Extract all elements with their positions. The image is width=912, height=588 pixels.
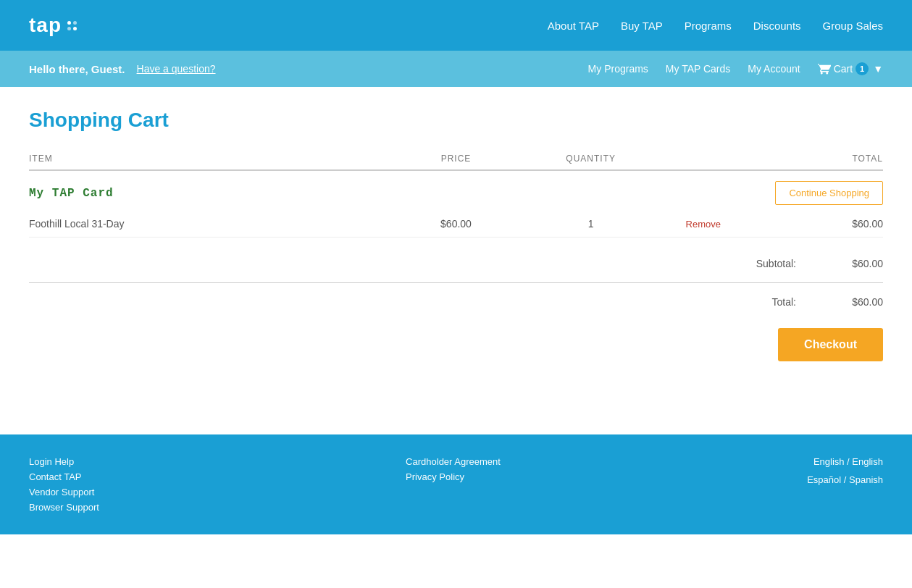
cart-icon bbox=[818, 62, 831, 75]
cart-badge[interactable]: Cart 1 ▼ bbox=[818, 62, 883, 75]
item-price: $60.00 bbox=[388, 211, 523, 238]
footer-login-help[interactable]: Login Help bbox=[29, 456, 99, 467]
sub-header: Hello there, Guest. Have a question? My … bbox=[0, 51, 912, 87]
logo[interactable]: tap bbox=[29, 14, 77, 37]
total-value: $60.00 bbox=[825, 296, 883, 308]
footer-browser-support[interactable]: Browser Support bbox=[29, 502, 99, 513]
nav-programs[interactable]: Programs bbox=[685, 20, 732, 32]
subtotal-line: Subtotal: $60.00 bbox=[29, 252, 883, 275]
table-header-row: ITEM PRICE QUANTITY TOTAL bbox=[29, 154, 883, 170]
col-header-total: TOTAL bbox=[748, 154, 883, 170]
footer-privacy-policy[interactable]: Privacy Policy bbox=[406, 471, 501, 482]
my-programs-link[interactable]: My Programs bbox=[588, 63, 648, 75]
logo-text: tap bbox=[29, 14, 62, 37]
main-nav: About TAP Buy TAP Programs Discounts Gro… bbox=[548, 20, 883, 32]
cart-count: 1 bbox=[855, 62, 869, 75]
footer-vendor-support[interactable]: Vendor Support bbox=[29, 487, 99, 497]
footer-lang-es[interactable]: Español / Spanish bbox=[807, 474, 883, 485]
logo-dots bbox=[67, 21, 77, 30]
item-name: Foothill Local 31-Day bbox=[29, 211, 388, 238]
item-total: $60.00 bbox=[748, 211, 883, 238]
subtotal-label: Subtotal: bbox=[738, 258, 796, 269]
nav-about-tap[interactable]: About TAP bbox=[548, 20, 599, 32]
footer-cardholder-agreement[interactable]: Cardholder Agreement bbox=[406, 456, 501, 467]
nav-discounts[interactable]: Discounts bbox=[753, 20, 801, 32]
main-header: tap About TAP Buy TAP Programs Discounts… bbox=[0, 0, 912, 51]
footer-contact-tap[interactable]: Contact TAP bbox=[29, 471, 99, 482]
nav-group-sales[interactable]: Group Sales bbox=[823, 20, 883, 32]
main-content: Shopping Cart ITEM PRICE QUANTITY TOTAL … bbox=[0, 87, 912, 434]
footer-lang: English / English Español / Spanish bbox=[807, 456, 883, 488]
cart-icon-wrap: Cart 1 bbox=[818, 62, 869, 75]
col-header-item: ITEM bbox=[29, 154, 388, 170]
cart-table: ITEM PRICE QUANTITY TOTAL My TAP Card Co… bbox=[29, 154, 883, 238]
my-tap-cards-link[interactable]: My TAP Cards bbox=[666, 63, 730, 75]
total-label: Total: bbox=[738, 296, 796, 308]
col-header-price: PRICE bbox=[388, 154, 523, 170]
cart-dropdown-arrow: ▼ bbox=[873, 63, 883, 75]
total-line: Total: $60.00 bbox=[29, 290, 883, 314]
checkout-wrap: Checkout bbox=[29, 328, 883, 361]
page-title: Shopping Cart bbox=[29, 109, 883, 132]
checkout-button[interactable]: Checkout bbox=[778, 328, 883, 361]
section-label: My TAP Card bbox=[29, 187, 114, 200]
item-quantity: 1 bbox=[524, 211, 658, 238]
table-row: Foothill Local 31-Day $60.00 1 Remove $6… bbox=[29, 211, 883, 238]
order-summary: Subtotal: $60.00 Total: $60.00 bbox=[29, 252, 883, 314]
footer-col-1: Login Help Contact TAP Vendor Support Br… bbox=[29, 456, 99, 513]
sub-nav: My Programs My TAP Cards My Account Cart… bbox=[588, 62, 883, 75]
cart-section-row: My TAP Card Continue Shopping bbox=[29, 170, 883, 211]
have-question-link[interactable]: Have a question? bbox=[137, 63, 216, 75]
item-remove-cell: Remove bbox=[658, 211, 748, 238]
footer: Login Help Contact TAP Vendor Support Br… bbox=[0, 434, 912, 534]
greeting: Hello there, Guest. bbox=[29, 63, 125, 75]
my-account-link[interactable]: My Account bbox=[748, 63, 800, 75]
footer-col-2: Cardholder Agreement Privacy Policy bbox=[406, 456, 501, 482]
subtotal-value: $60.00 bbox=[825, 258, 883, 269]
continue-shopping-button[interactable]: Continue Shopping bbox=[775, 181, 883, 205]
remove-item-link[interactable]: Remove bbox=[686, 219, 721, 230]
cart-label: Cart bbox=[834, 63, 853, 75]
sub-header-left: Hello there, Guest. Have a question? bbox=[29, 63, 216, 75]
nav-buy-tap[interactable]: Buy TAP bbox=[621, 20, 663, 32]
footer-lang-en[interactable]: English / English bbox=[807, 456, 883, 467]
col-header-quantity: QUANTITY bbox=[524, 154, 658, 170]
summary-divider bbox=[29, 282, 883, 283]
